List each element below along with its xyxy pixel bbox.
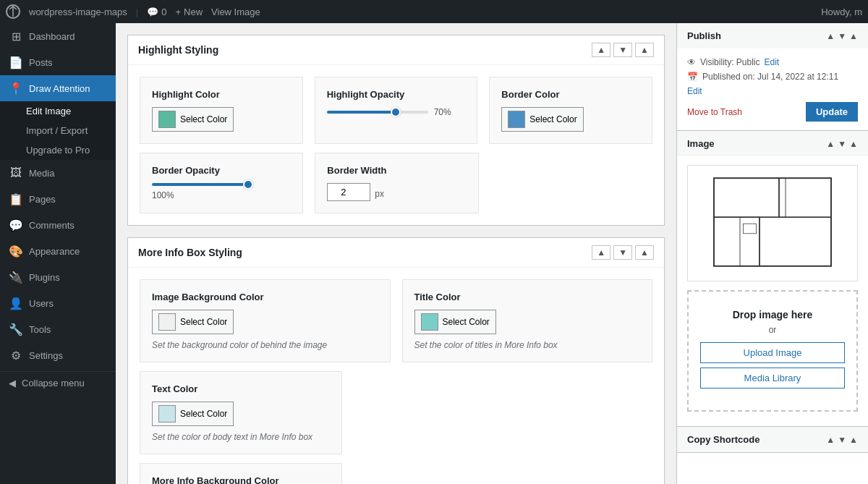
shortcode-down-btn[interactable]: ▼ <box>838 435 846 445</box>
sidebar-item-import-export[interactable]: Import / Export <box>0 121 116 140</box>
comments-icon: 💬 <box>9 218 23 232</box>
sidebar-label-dashboard: Dashboard <box>29 31 75 42</box>
media-library-btn[interactable]: Media Library <box>700 368 845 389</box>
text-color-swatch <box>158 405 176 423</box>
panel-collapse-btn[interactable]: ▲ <box>635 43 654 57</box>
sidebar-item-dashboard[interactable]: ⊞ Dashboard <box>0 23 116 49</box>
sidebar-item-comments[interactable]: 💬 Comments <box>0 212 116 238</box>
svg-rect-7 <box>744 224 757 234</box>
panel-up-btn[interactable]: ▲ <box>592 43 610 57</box>
border-width-label: Border Width <box>327 165 466 176</box>
sidebar-item-users[interactable]: 👤 Users <box>0 290 116 316</box>
upload-image-btn[interactable]: Upload Image <box>700 342 845 363</box>
border-color-btn[interactable]: Select Color <box>501 107 583 132</box>
sidebar-label-tools: Tools <box>29 324 51 335</box>
publish-down-btn[interactable]: ▼ <box>838 31 846 41</box>
text-color-btn[interactable]: Select Color <box>152 402 234 426</box>
more-info-field-row-3: More Info Background Color Select Color … <box>140 463 652 484</box>
image-panel-header: Image ▲ ▼ ▲ <box>677 131 868 156</box>
more-info-collapse-btn[interactable]: ▲ <box>635 245 654 260</box>
sidebar-item-posts[interactable]: 📄 Posts <box>0 49 116 75</box>
sep1: | <box>136 7 138 17</box>
drop-or: or <box>700 325 845 335</box>
image-panel: Image ▲ ▼ ▲ <box>677 131 868 427</box>
publish-up-btn[interactable]: ▲ <box>826 31 835 41</box>
highlight-panel-header: Highlight Styling ▲ ▼ ▲ <box>128 35 664 65</box>
comment-count[interactable]: 💬 0 <box>147 7 166 17</box>
publish-actions: Move to Trash Update <box>687 102 858 122</box>
panel-down-btn[interactable]: ▼ <box>613 43 632 57</box>
highlight-color-btn-label: Select Color <box>180 114 227 124</box>
sidebar-item-draw-attention[interactable]: 📍 Draw Attention <box>0 75 116 101</box>
publish-panel-controls: ▲ ▼ ▲ <box>826 31 858 41</box>
sidebar-item-edit-image[interactable]: Edit Image <box>0 101 116 121</box>
sidebar-item-appearance[interactable]: 🎨 Appearance <box>0 238 116 264</box>
image-bg-color-btn[interactable]: Select Color <box>152 310 234 334</box>
new-item-btn[interactable]: + New <box>175 7 203 17</box>
publish-collapse-btn[interactable]: ▲ <box>849 31 858 41</box>
publish-panel-body: 👁 Visibility: Public Edit 📅 Published on… <box>677 48 868 130</box>
border-opacity-value: 100% <box>152 190 291 200</box>
border-width-input[interactable]: 2 <box>327 183 370 201</box>
sidebar-label-media: Media <box>29 168 54 179</box>
more-info-down-btn[interactable]: ▼ <box>613 245 632 260</box>
highlight-color-label: Highlight Color <box>152 89 291 100</box>
more-info-up-btn[interactable]: ▲ <box>592 245 610 260</box>
highlight-opacity-slider[interactable] <box>327 111 428 114</box>
site-title[interactable]: wordpress-image-maps <box>29 7 127 17</box>
sidebar-item-pages[interactable]: 📋 Pages <box>0 186 116 212</box>
title-color-btn[interactable]: Select Color <box>414 310 496 334</box>
title-color-card: Title Color Select Color Set the color o… <box>402 279 653 362</box>
collapse-label: Collapse menu <box>22 378 85 389</box>
view-image-link[interactable]: View Image <box>211 7 260 17</box>
sidebar-label-users: Users <box>29 298 54 309</box>
svg-rect-5 <box>760 217 831 266</box>
border-opacity-card: Border Opacity 100% <box>140 153 303 213</box>
sidebar-submenu: Edit Image Import / Export Upgrade to Pr… <box>0 101 116 160</box>
highlight-color-btn[interactable]: Select Color <box>152 107 234 132</box>
highlight-opacity-card: Highlight Opacity 70% <box>315 77 478 144</box>
image-collapse-btn[interactable]: ▲ <box>849 139 858 149</box>
more-info-panel-header: More Info Box Styling ▲ ▼ ▲ <box>128 238 664 268</box>
more-info-panel-controls: ▲ ▼ ▲ <box>592 245 654 260</box>
sidebar: ⊞ Dashboard 📄 Posts 📍 Draw Attention Edi… <box>0 23 116 484</box>
copy-shortcode-panel-header: Copy Shortcode ▲ ▼ ▲ <box>677 427 868 452</box>
sidebar-item-settings[interactable]: ⚙ Settings <box>0 342 116 368</box>
highlight-panel-body: Highlight Color Select Color Highlight O… <box>128 65 664 225</box>
title-color-swatch <box>421 313 438 331</box>
shortcode-collapse-btn[interactable]: ▲ <box>849 435 858 445</box>
update-btn[interactable]: Update <box>806 102 858 122</box>
edit-date-link[interactable]: Edit <box>687 86 702 96</box>
visibility-edit-link[interactable]: Edit <box>764 57 779 67</box>
comment-icon: 💬 <box>147 7 158 17</box>
border-width-unit: px <box>375 189 384 199</box>
image-up-btn[interactable]: ▲ <box>826 139 835 149</box>
drop-zone[interactable]: Drop image here or Upload Image Media Li… <box>687 290 858 412</box>
shortcode-up-btn[interactable]: ▲ <box>826 435 835 445</box>
image-down-btn[interactable]: ▼ <box>838 139 846 149</box>
howdy-label: Howdy, m <box>821 7 862 17</box>
sidebar-item-tools[interactable]: 🔧 Tools <box>0 316 116 342</box>
users-icon: 👤 <box>9 296 23 310</box>
more-info-bg-color-card: More Info Background Color Select Color … <box>140 463 342 484</box>
sidebar-label-posts: Posts <box>29 57 53 68</box>
sidebar-item-media[interactable]: 🖼 Media <box>0 160 116 186</box>
image-bg-color-desc: Set the background color of behind the i… <box>152 340 378 350</box>
sidebar-item-plugins[interactable]: 🔌 Plugins <box>0 264 116 290</box>
sidebar-item-upgrade-to-pro[interactable]: Upgrade to Pro <box>0 140 116 160</box>
sidebar-label-comments: Comments <box>29 220 75 231</box>
text-color-label: Text Color <box>152 383 330 394</box>
border-color-label: Border Color <box>501 89 640 100</box>
publish-panel-title: Publish <box>687 30 721 41</box>
svg-rect-3 <box>779 178 831 217</box>
publish-panel: Publish ▲ ▼ ▲ 👁 Visibility: Public Edit … <box>677 23 868 131</box>
border-opacity-slider[interactable] <box>152 183 253 186</box>
title-color-btn-label: Select Color <box>443 317 490 327</box>
dashboard-icon: ⊞ <box>9 29 23 43</box>
right-sidebar: Publish ▲ ▼ ▲ 👁 Visibility: Public Edit … <box>676 23 868 484</box>
copy-shortcode-panel-title: Copy Shortcode <box>687 434 760 445</box>
move-to-trash-link[interactable]: Move to Trash <box>687 107 742 117</box>
collapse-menu-btn[interactable]: ◀ Collapse menu <box>0 371 116 394</box>
sidebar-label-appearance: Appearance <box>29 246 80 257</box>
image-bg-color-card: Image Background Color Select Color Set … <box>140 279 391 362</box>
